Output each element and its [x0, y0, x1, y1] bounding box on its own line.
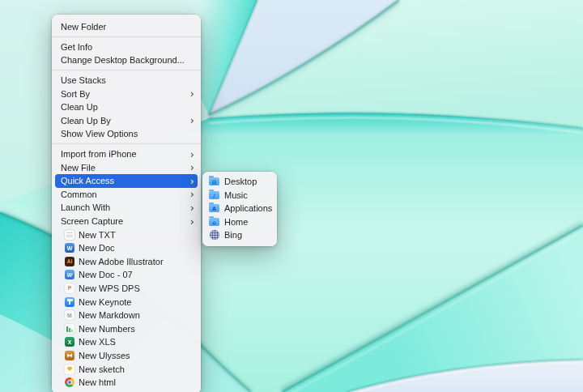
icon-glyph: ▤: [211, 179, 216, 185]
menu-item-quick-access[interactable]: Quick Access›: [55, 174, 198, 188]
menu-item-label: Clean Up By: [61, 116, 185, 126]
icon-glyph: P: [68, 285, 72, 291]
excel-icon: X: [65, 337, 74, 347]
menu-item-label: New WPS DPS: [79, 283, 194, 293]
menu-item-label: Sort By: [61, 89, 185, 99]
submenu-item-desktop[interactable]: ▤Desktop: [202, 175, 277, 189]
menu-item-label: Get Info: [61, 42, 194, 52]
ulysses-icon: [65, 351, 74, 360]
menu-item-clean-up[interactable]: Clean Up: [52, 100, 201, 114]
menu-separator: [52, 70, 201, 70]
submenu-chevron-icon: ›: [190, 202, 194, 212]
icon-glyph: W: [67, 272, 73, 278]
menu-item-label: Clean Up: [61, 102, 194, 112]
menu-item-label: Change Desktop Background...: [61, 55, 194, 65]
menu-item-import-from-iphone[interactable]: Import from iPhone›: [52, 147, 201, 161]
menu-item-new-doc[interactable]: WNew Doc: [52, 241, 201, 255]
keynote-icon: [65, 297, 74, 307]
bing-globe-icon: [210, 230, 219, 240]
icon-glyph: W: [67, 245, 73, 251]
menu-item-label: Desktop: [224, 177, 272, 186]
submenu-item-applications[interactable]: AApplications: [202, 202, 277, 215]
menu-item-new-sketch[interactable]: New sketch: [52, 362, 201, 376]
icon-glyph: A: [212, 206, 216, 212]
menu-item-label: New Adobe Illustrator: [79, 257, 194, 266]
menu-item-label: New Folder: [61, 22, 194, 32]
menu-item-label: Use Stacks: [61, 75, 194, 85]
menu-item-label: New Numbers: [79, 324, 194, 334]
menu-item-label: Applications: [224, 203, 272, 213]
menu-item-new-file[interactable]: New File›: [52, 160, 201, 174]
menu-item-label: New Keynote: [79, 297, 194, 307]
wps-dps-icon: P: [65, 283, 74, 293]
menu-item-label: Launch With: [61, 202, 185, 212]
menu-item-label: Show View Options: [61, 129, 194, 138]
sketch-icon: [65, 364, 74, 374]
word-doc-icon: W: [65, 243, 74, 253]
menu-item-new-doc-07[interactable]: WNew Doc - 07: [52, 268, 201, 282]
menu-item-use-stacks[interactable]: Use Stacks: [52, 74, 201, 87]
menu-item-new-ulysses[interactable]: New Ulysses: [52, 349, 201, 363]
submenu-chevron-icon: ›: [190, 189, 194, 199]
markdown-icon: M: [65, 310, 74, 320]
menu-item-label: New Doc: [79, 243, 194, 253]
menu-item-get-info[interactable]: Get Info: [52, 40, 201, 54]
adobe-illustrator-icon: Ai: [65, 257, 74, 266]
menu-item-new-markdown[interactable]: MNew Markdown: [52, 309, 201, 322]
menu-separator: [52, 143, 201, 144]
submenu-chevron-icon: ›: [190, 175, 194, 185]
submenu-item-bing[interactable]: Bing: [202, 228, 277, 242]
menu-item-launch-with[interactable]: Launch With›: [52, 201, 201, 215]
menu-item-new-txt[interactable]: New TXT: [52, 228, 201, 241]
icon-glyph: M: [67, 313, 72, 318]
menu-item-label: New File: [61, 163, 185, 173]
menu-item-show-view-options[interactable]: Show View Options: [52, 127, 201, 141]
quick-access-submenu: ▤Desktop♪MusicAApplications⌂HomeBing: [202, 172, 277, 246]
desktop-folder-icon: ▤: [209, 177, 219, 185]
menu-item-new-html[interactable]: New html: [52, 376, 201, 390]
menu-item-label: New Doc - 07: [79, 270, 194, 279]
menu-item-label: New Ulysses: [79, 351, 194, 360]
submenu-chevron-icon: ›: [190, 115, 194, 126]
menu-item-new-adobe-illustrator[interactable]: AiNew Adobe Illustrator: [52, 255, 201, 269]
menu-item-label: New html: [79, 377, 194, 387]
html-chrome-icon: [65, 377, 74, 387]
menu-item-label: Home: [224, 217, 272, 227]
menu-item-new-keynote[interactable]: New Keynote: [52, 295, 201, 309]
txt-file-icon: [65, 230, 74, 240]
desktop: New FolderGet InfoChange Desktop Backgro…: [0, 0, 583, 392]
applications-folder-icon: A: [209, 204, 219, 212]
menu-item-new-wps-dps[interactable]: PNew WPS DPS: [52, 282, 201, 296]
menu-item-label: Bing: [224, 230, 272, 240]
icon-glyph: ⌂: [212, 219, 216, 225]
menu-item-label: New Markdown: [79, 310, 194, 320]
menu-item-clean-up-by[interactable]: Clean Up By›: [52, 114, 201, 128]
menu-item-label: Import from iPhone: [61, 149, 185, 159]
menu-item-label: New XLS: [79, 337, 194, 347]
submenu-chevron-icon: ›: [190, 88, 194, 99]
menu-item-label: Quick Access: [61, 176, 185, 185]
menu-item-label: New TXT: [79, 230, 194, 240]
menu-item-sort-by[interactable]: Sort By›: [52, 87, 201, 100]
menu-item-new-xls[interactable]: XNew XLS: [52, 335, 201, 349]
menu-item-new-numbers[interactable]: New Numbers: [52, 322, 201, 335]
menu-separator: [52, 36, 201, 37]
music-folder-icon: ♪: [209, 191, 219, 199]
menu-item-label: Common: [61, 190, 185, 199]
submenu-chevron-icon: ›: [190, 215, 194, 226]
home-folder-icon: ⌂: [209, 218, 219, 226]
submenu-chevron-icon: ›: [190, 162, 194, 173]
menu-item-change-desktop-background[interactable]: Change Desktop Background...: [52, 53, 201, 67]
icon-glyph: Ai: [67, 259, 73, 265]
numbers-icon: [65, 324, 74, 334]
submenu-item-music[interactable]: ♪Music: [202, 189, 277, 202]
menu-item-screen-capture[interactable]: Screen Capture›: [52, 215, 201, 228]
desktop-context-menu: New FolderGet InfoChange Desktop Backgro…: [52, 15, 201, 392]
menu-item-label: Music: [224, 190, 272, 200]
icon-glyph: X: [68, 339, 72, 345]
menu-item-label: New sketch: [79, 364, 194, 374]
submenu-item-home[interactable]: ⌂Home: [202, 215, 277, 229]
menu-item-common[interactable]: Common›: [52, 188, 201, 202]
menu-item-new-folder[interactable]: New Folder: [52, 20, 201, 34]
wps-writer-icon: W: [65, 270, 74, 279]
